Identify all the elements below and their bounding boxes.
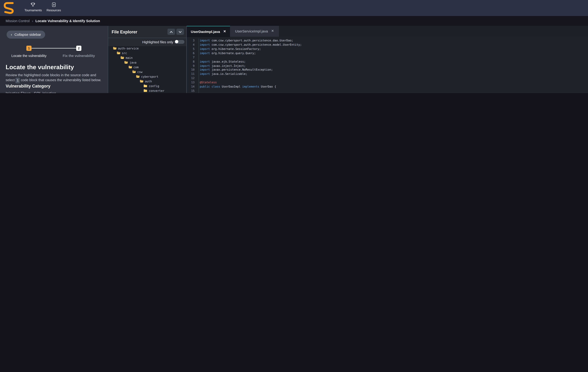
app: Tournaments Resources Help ⌄ Mission Con…	[0, 0, 588, 93]
tree-item-label: converter	[149, 89, 164, 92]
breadcrumb-current: Locate Vulnerability & Identify Solution	[35, 19, 100, 23]
code-editor: UserDaoImpl.java✕ UserServiceImpl.java✕ …	[187, 26, 588, 93]
sidebar: ‹ Collapse sidebar 1 2 Locate the vulner…	[0, 26, 107, 93]
stepper-line	[32, 48, 77, 49]
breadcrumb: Mission Control › Locate Vulnerability &…	[6, 19, 100, 23]
code-line-9: 9import javax.inject.Inject;	[187, 64, 588, 68]
code-line-5: 5import org.hibernate.SessionFactory;	[187, 47, 588, 51]
vulnerability-category-value: Injection Flaws - SQL injection	[6, 91, 56, 93]
code-line-11: 11import java.io.Serializable;	[187, 72, 588, 76]
tree-item-cybersport[interactable]: cybersport	[108, 74, 186, 79]
highlighted-files-label: Highlighted files only	[142, 40, 173, 44]
tree-item-label: com	[133, 65, 138, 69]
tree-item-label: java	[130, 61, 136, 64]
folder-open-icon	[125, 61, 128, 64]
code-line-12: 12	[187, 76, 588, 81]
folder-open-icon	[113, 47, 116, 50]
line-number: 3	[187, 39, 198, 43]
collapse-sidebar-button[interactable]: ‹ Collapse sidebar	[7, 31, 45, 39]
tree-item-label: main	[126, 56, 133, 59]
close-icon[interactable]: ✕	[223, 30, 226, 34]
code-line-14: 14public class UserDaoImpl implements Us…	[187, 85, 588, 89]
nav-resources-label: Resources	[47, 8, 61, 11]
file-tree: auth-servicesrcmainjavacomcswcybersporta…	[108, 46, 186, 93]
code-area: 3import com.csw.cybersport.auth.persiste…	[187, 36, 588, 93]
code-line-15: 15	[187, 89, 588, 93]
code-line-4: 4import com.csw.cybersport.auth.persiste…	[187, 43, 588, 47]
line-number: 5	[187, 47, 198, 51]
tree-item-converter[interactable]: converter	[108, 88, 186, 93]
folder-open-icon	[132, 70, 136, 74]
line-number: 12	[187, 76, 198, 81]
code-line-10: 10import javax.persistence.NoResultExcep…	[187, 68, 588, 72]
chevron-down-icon	[178, 31, 182, 33]
tree-item-label: src	[122, 51, 127, 54]
highlighted-files-row: Highlighted files only	[108, 38, 186, 46]
file-explorer-panel: File Explorer Highlighted files only aut…	[108, 26, 187, 93]
code-line-3: 3import com.csw.cybersport.auth.persiste…	[187, 39, 588, 43]
toggle-knob	[175, 40, 178, 43]
line-number: 6	[187, 51, 198, 55]
code-line-6: 6import org.hibernate.query.Query;	[187, 51, 588, 55]
line-number: 11	[187, 72, 198, 76]
tree-item-main[interactable]: main	[108, 55, 186, 60]
code-line-8: 8import javax.ejb.Stateless;	[187, 60, 588, 64]
nav-resources[interactable]: Resources	[47, 2, 61, 11]
code-line-7: 7	[187, 55, 588, 60]
folder-open-icon	[128, 65, 132, 69]
folder-open-icon	[140, 80, 144, 83]
explorer-prev-button[interactable]	[168, 29, 175, 35]
folder-icon	[144, 84, 147, 87]
breadcrumb-bar: Mission Control › Locate Vulnerability &…	[0, 16, 588, 26]
editor-tabs: UserDaoImpl.java✕ UserServiceImpl.java✕ …	[187, 26, 588, 36]
line-number: 13	[187, 81, 198, 85]
highlighted-files-toggle[interactable]	[175, 40, 185, 44]
instructions: Review the highlighted code blocks in th…	[6, 73, 106, 83]
line-number: 9	[187, 64, 198, 68]
tree-item-src[interactable]: src	[108, 51, 186, 55]
resources-icon	[52, 2, 56, 7]
explorer-next-button[interactable]	[177, 29, 184, 35]
line-number: 4	[187, 43, 198, 47]
brand-logo-icon[interactable]	[3, 1, 15, 15]
file-explorer-title: File Explorer	[112, 30, 137, 34]
tab-userdaoimpl[interactable]: UserDaoImpl.java✕	[187, 26, 230, 37]
breadcrumb-separator-icon: ›	[32, 19, 33, 22]
nav-tournaments[interactable]: Tournaments	[24, 2, 42, 11]
file-explorer-header: File Explorer	[108, 26, 186, 38]
step-1: 1	[26, 46, 32, 51]
chevron-up-icon	[169, 31, 173, 33]
tree-item-config[interactable]: config	[108, 84, 186, 88]
chevron-left-icon: ‹	[11, 32, 12, 37]
vulnerability-category-heading: Vulnerability Category	[6, 84, 51, 88]
tree-item-label: auth-service	[118, 47, 139, 50]
tree-item-auth[interactable]: auth	[108, 79, 186, 84]
tab-userserviceimpl[interactable]: UserServiceImpl.java✕	[230, 26, 279, 36]
folder-open-icon	[117, 51, 120, 54]
line-number: 7	[187, 55, 198, 60]
count-chip: 1	[16, 78, 20, 83]
top-nav: Tournaments Resources Help ⌄	[0, 0, 588, 16]
code-line-13: 13@Stateless	[187, 81, 588, 85]
step-1-label: Locate the vulnerability	[10, 53, 48, 58]
tree-item-label: csw	[137, 70, 142, 74]
folder-icon	[144, 89, 147, 92]
tree-item-auth-service[interactable]: auth-service	[108, 46, 186, 51]
line-number: 10	[187, 68, 198, 72]
tree-item-csw[interactable]: csw	[108, 69, 186, 74]
folder-open-icon	[136, 75, 140, 78]
page-title: Locate the vulnerability	[6, 64, 74, 71]
breadcrumb-parent[interactable]: Mission Control	[6, 19, 30, 23]
folder-open-icon	[121, 56, 124, 59]
tree-item-label: auth	[145, 80, 152, 83]
step-2: 2	[76, 46, 81, 51]
step-2-label: Fix the vulnerability	[60, 53, 98, 58]
tree-item-label: config	[149, 84, 159, 87]
nav-tournaments-label: Tournaments	[24, 8, 42, 11]
line-number: 8	[187, 60, 198, 64]
tree-item-java[interactable]: java	[108, 60, 186, 65]
close-icon[interactable]: ✕	[271, 29, 274, 33]
trophy-icon	[31, 2, 35, 7]
line-number: 15	[187, 89, 198, 93]
tree-item-com[interactable]: com	[108, 65, 186, 69]
